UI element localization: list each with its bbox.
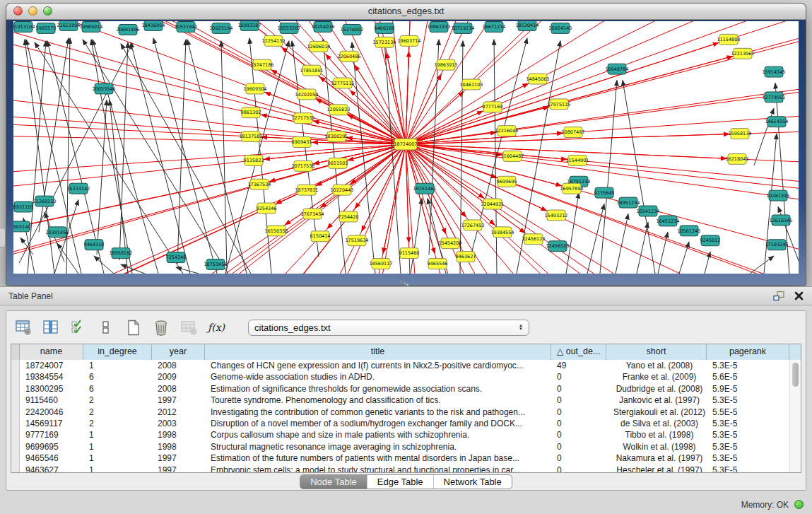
graph-edge[interactable] — [153, 38, 217, 274]
cell-title[interactable]: Genome-wide association studies in ADHD. — [205, 371, 551, 382]
cell-name[interactable]: 9699695 — [20, 441, 83, 452]
cell-short[interactable]: Stergiakouli et al. (2012) — [606, 407, 707, 418]
graph-node[interactable]: 18958162 — [109, 248, 132, 259]
tab-edge-table[interactable]: Edge Table — [367, 475, 433, 489]
graph-node[interactable]: 19384554 — [490, 227, 514, 238]
graph-edge[interactable] — [221, 41, 227, 269]
graph-node[interactable]: 20691406 — [116, 24, 139, 35]
graph-node[interactable]: 11544901 — [565, 155, 589, 165]
cell-title[interactable]: Structural magnetic resonance image aver… — [205, 441, 551, 452]
cell-pagerank[interactable]: 5.3E-5 — [707, 429, 789, 440]
zoom-window-button[interactable] — [43, 6, 52, 16]
graph-node[interactable]: 15276002 — [340, 24, 363, 35]
graph-node[interactable]: 15958134 — [728, 129, 751, 139]
import-table-icon[interactable] — [180, 319, 197, 336]
cell-year[interactable]: 2012 — [152, 407, 205, 418]
graph-node[interactable]: 20531942 — [174, 21, 197, 32]
graph-node[interactable]: 15747186 — [250, 59, 273, 70]
cell-pagerank[interactable]: 5.9E-5 — [707, 383, 789, 395]
cell-out-de[interactable]: 0 — [551, 371, 606, 382]
graph-node[interactable]: 9463627 — [456, 252, 476, 262]
graph-node[interactable]: 9464310 — [84, 240, 105, 250]
graph-edge[interactable] — [94, 256, 114, 274]
graph-node[interactable]: 9861302 — [241, 107, 261, 118]
graph-node[interactable]: 9777169 — [483, 102, 503, 112]
cell-name[interactable]: 9465546 — [20, 452, 83, 464]
table-row[interactable]: 946554611997Estimation of the future num… — [11, 452, 801, 464]
column-header-in-degree[interactable]: in_degree — [83, 344, 152, 360]
graph-node[interactable]: 19861933 — [427, 21, 450, 32]
graph-edge[interactable] — [406, 133, 563, 144]
graph-node[interactable]: 12216045 — [495, 126, 518, 136]
graph-edge[interactable] — [355, 65, 406, 144]
graph-edge[interactable] — [83, 40, 228, 274]
graph-node[interactable]: 12254139 — [261, 35, 285, 46]
graph-node[interactable]: 21611904 — [57, 21, 80, 30]
cell-in-degree[interactable]: 2 — [83, 395, 152, 406]
cell-pagerank[interactable]: 5.3E-5 — [707, 418, 789, 429]
graph-node[interactable]: 18737831 — [295, 185, 318, 195]
graph-node[interactable]: 16451234 — [656, 216, 679, 226]
cell-year[interactable]: 2003 — [152, 418, 205, 429]
hide-panel-handle[interactable] — [0, 228, 6, 247]
table-row[interactable]: 977716911998Corpus callosum shape and si… — [11, 429, 801, 440]
cell-in-degree[interactable]: 6 — [83, 383, 152, 395]
cell-title[interactable]: Investigating the contribution of common… — [205, 407, 551, 418]
cell-year[interactable]: 1997 — [152, 465, 205, 472]
cell-pagerank[interactable]: 5.3E-5 — [707, 441, 789, 452]
graph-node[interactable]: 12213967 — [731, 48, 754, 59]
cell-out-de[interactable]: 0 — [551, 429, 606, 440]
cell-pagerank[interactable]: 5.5E-5 — [707, 407, 789, 418]
column-header-name[interactable]: name — [20, 344, 83, 360]
graph-node[interactable]: 3905573 — [36, 23, 57, 33]
cell-name[interactable]: 22420046 — [20, 407, 83, 418]
cell-name[interactable]: 9777169 — [20, 429, 83, 440]
graph-edge[interactable] — [110, 100, 128, 274]
graph-node[interactable]: 12610345 — [769, 215, 792, 226]
delete-column-icon[interactable] — [153, 319, 170, 336]
graph-node[interactable]: 18254016 — [311, 21, 334, 32]
close-window-button[interactable] — [13, 6, 23, 16]
cell-year[interactable]: 1998 — [152, 441, 205, 452]
column-header-pagerank[interactable]: pagerank — [707, 344, 789, 360]
column-visibility-icon[interactable] — [70, 319, 87, 336]
graph-node[interactable]: 18951234 — [616, 197, 640, 208]
table-mode-icon[interactable] — [15, 319, 32, 336]
network-canvas[interactable]: 2191310439055732161190419565014206914061… — [13, 21, 799, 274]
graph-node[interactable]: 10561243 — [677, 226, 700, 236]
cell-short[interactable]: Tibbo et al. (1998) — [606, 429, 707, 440]
float-panel-icon[interactable] — [773, 291, 784, 301]
cell-in-degree[interactable]: 2 — [83, 407, 152, 418]
cell-in-degree[interactable]: 1 — [83, 360, 152, 371]
graph-node[interactable]: 16150358 — [264, 226, 288, 236]
column-header-year[interactable]: year — [152, 344, 205, 360]
cell-title[interactable]: Estimation of significance thresholds fo… — [205, 383, 551, 395]
graph-edge[interactable] — [28, 41, 46, 274]
graph-node[interactable]: 12606014 — [307, 41, 330, 52]
cell-short[interactable]: de Silva et al. (2003) — [606, 418, 707, 429]
table-row[interactable]: 1830029562008Estimation of significance … — [11, 383, 801, 395]
graph-node[interactable]: 19565014 — [79, 21, 102, 32]
graph-node[interactable]: 22044921 — [481, 199, 504, 209]
graph-node[interactable]: 16218043 — [725, 153, 748, 164]
table-row[interactable]: 911546021997Tourette syndrome. Phenomeno… — [11, 395, 801, 406]
graph-node[interactable]: 18300295 — [324, 132, 348, 142]
graph-node[interactable]: 12055823 — [326, 105, 350, 115]
table-row[interactable]: 1872400712008Changes of HCN gene express… — [11, 360, 801, 371]
tab-network-table[interactable]: Network Table — [433, 475, 512, 489]
cell-year[interactable]: 2009 — [152, 371, 205, 382]
cell-name[interactable]: 19384554 — [20, 371, 83, 382]
table-selector-dropdown[interactable]: citations_edges.txt ▲▼ — [248, 320, 529, 336]
column-header-out-de[interactable]: △ out_de... — [551, 344, 606, 360]
cell-in-degree[interactable]: 1 — [83, 452, 152, 464]
graph-node[interactable]: 14202059 — [295, 89, 318, 100]
cell-short[interactable]: Dudbridge et al. (2008) — [606, 383, 707, 395]
table-row[interactable]: 1456911722003Disruption of a novel membe… — [11, 418, 801, 429]
graph-edge[interactable] — [26, 40, 81, 274]
minimize-window-button[interactable] — [28, 6, 37, 16]
cell-name[interactable]: 18300295 — [20, 383, 83, 395]
graph-node[interactable]: 10220443 — [330, 185, 353, 195]
graph-edge[interactable] — [406, 144, 409, 243]
graph-node[interactable]: 11154808 — [717, 34, 740, 45]
graph-node[interactable]: 9245012 — [700, 235, 721, 246]
